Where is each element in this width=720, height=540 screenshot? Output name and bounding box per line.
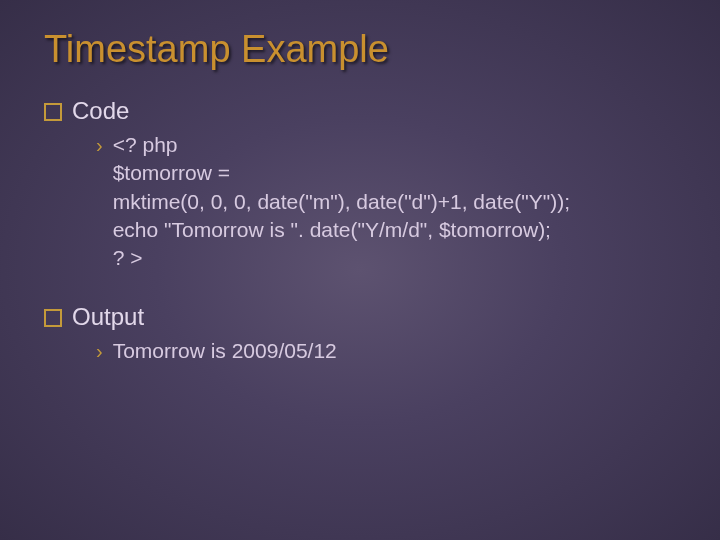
section-label: Output <box>72 303 144 331</box>
section-label: Code <box>72 97 129 125</box>
square-bullet-icon <box>44 309 62 327</box>
slide-title: Timestamp Example <box>44 28 676 71</box>
section-code-body: › <? php $tomorrow = mktime(0, 0, 0, dat… <box>96 131 676 273</box>
chevron-right-icon: › <box>96 340 103 363</box>
square-bullet-icon <box>44 103 62 121</box>
section-output-body: › Tomorrow is 2009/05/12 <box>96 337 676 365</box>
section-code: Code <box>44 97 676 125</box>
slide: Timestamp Example Code › <? php $tomorro… <box>0 0 720 540</box>
section-output: Output <box>44 303 676 331</box>
code-text: <? php $tomorrow = mktime(0, 0, 0, date(… <box>113 131 570 273</box>
chevron-right-icon: › <box>96 134 103 157</box>
output-text: Tomorrow is 2009/05/12 <box>113 337 337 365</box>
